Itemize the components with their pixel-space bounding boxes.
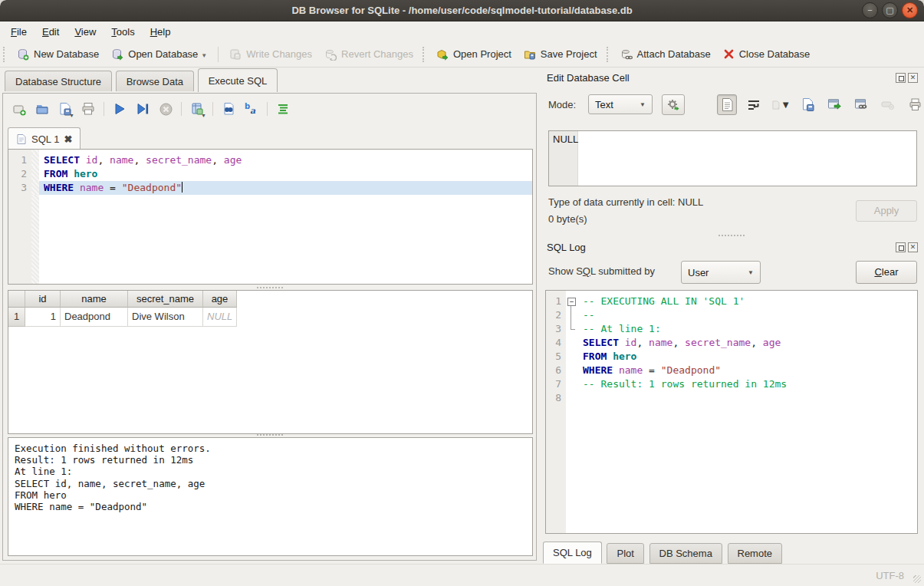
cell-id[interactable]: 1 (25, 308, 61, 327)
main-tab-bar: Database Structure Browse Data Execute S… (5, 67, 278, 93)
column-header-name[interactable]: name (61, 291, 128, 308)
text-caret (182, 182, 182, 193)
sql-tab[interactable]: SQL 1 ✖ (8, 127, 81, 150)
column-header-secret-name[interactable]: secret_name (128, 291, 203, 308)
new-sql-tab-button[interactable] (9, 99, 29, 119)
editor-line[interactable]: 2 FROM hero (8, 167, 532, 181)
encoding-indicator[interactable]: UTF-8 (876, 570, 904, 581)
log-line[interactable]: 1-- EXECUTING ALL IN 'SQL 1' (546, 295, 917, 308)
cell-value: NULL (553, 133, 578, 145)
find-button[interactable] (219, 99, 238, 119)
toolbar-drag-handle[interactable] (3, 47, 8, 62)
table-row[interactable]: 1 1 Deadpond Dive Wilson NULL (8, 308, 532, 327)
mode-combobox[interactable]: Text ▼ (588, 94, 653, 114)
close-sql-tab-icon[interactable]: ✖ (64, 133, 72, 145)
open-sql-file-button[interactable] (32, 99, 52, 119)
text-mode-icon[interactable] (717, 94, 737, 115)
open-project-button[interactable]: Open Project (430, 44, 518, 64)
save-sql-file-button[interactable]: ▼ (55, 99, 75, 119)
link-icon[interactable] (851, 94, 871, 115)
bottom-tab-bar: SQL Log Plot DB Schema Remote (543, 542, 784, 563)
fold-marker-icon[interactable] (566, 295, 578, 308)
log-line[interactable]: 5FROM hero (546, 350, 917, 364)
table-message-splitter[interactable] (257, 434, 283, 436)
log-code: -- (578, 308, 917, 322)
column-header-id[interactable]: id (25, 291, 61, 308)
tab-database-structure[interactable]: Database Structure (5, 71, 112, 91)
close-database-button[interactable]: Close Database (717, 44, 817, 64)
toolbar-drag-handle[interactable] (423, 47, 427, 62)
log-line[interactable]: 4SELECT id, name, secret_name, age (546, 336, 917, 350)
corner-header[interactable] (8, 291, 25, 308)
print-cell-icon[interactable] (905, 94, 924, 115)
editor-table-splitter[interactable] (257, 287, 283, 288)
menu-help[interactable]: Help (143, 23, 179, 41)
titlebar[interactable]: DB Browser for SQLite - /home/user/code/… (0, 0, 924, 21)
sql-editor[interactable]: 1 SELECT id, name, secret_name, age 2 FR… (8, 149, 533, 285)
open-database-button[interactable]: Open Database ▼ (105, 44, 213, 64)
save-results-dropdown-arrow[interactable]: ▼ (201, 113, 206, 118)
export-icon[interactable] (824, 94, 844, 115)
log-line[interactable]: 3-- At line 1: (546, 322, 917, 336)
tab-db-schema[interactable]: DB Schema (649, 543, 722, 564)
line-number: 3 (8, 181, 31, 195)
editor-line[interactable]: 1 SELECT id, name, secret_name, age (8, 153, 532, 167)
save-sql-dropdown-arrow[interactable]: ▼ (69, 113, 74, 118)
print-button[interactable] (78, 99, 98, 119)
line-number: 8 (546, 391, 566, 405)
float-dock-icon[interactable] (896, 73, 906, 83)
cell-value-editor[interactable]: NULL (548, 130, 917, 186)
fold-marker-icon (566, 322, 578, 336)
new-database-label: New Database (34, 48, 99, 60)
tab-execute-sql[interactable]: Execute SQL (198, 68, 278, 92)
minimize-button[interactable]: − (862, 2, 878, 18)
log-line[interactable]: 7-- Result: 1 rows returned in 12ms (546, 377, 917, 391)
menu-view[interactable]: View (67, 23, 104, 41)
tab-sql-log[interactable]: SQL Log (543, 542, 602, 564)
execute-current-line-button[interactable] (133, 99, 153, 119)
execute-all-button[interactable] (110, 99, 130, 119)
tab-remote[interactable]: Remote (728, 543, 783, 564)
cell-secret-name[interactable]: Dive Wilson (128, 308, 203, 327)
save-results-button[interactable]: ▼ (187, 99, 207, 119)
cell-age[interactable]: NULL (203, 308, 237, 327)
execution-message[interactable]: Execution finished without errors.Result… (8, 437, 533, 556)
toggle-case-button[interactable]: ba (242, 99, 261, 119)
column-header-age[interactable]: age (203, 291, 237, 308)
menu-file[interactable]: File (3, 23, 35, 41)
new-database-icon (17, 48, 29, 61)
resize-grip[interactable] (913, 575, 921, 583)
menu-tools[interactable]: Tools (104, 23, 142, 41)
clear-button[interactable]: Clear (856, 261, 917, 284)
close-dock-icon[interactable] (908, 242, 918, 252)
save-project-button[interactable]: Save Project (518, 44, 603, 64)
save-cell-icon[interactable] (797, 94, 817, 115)
results-table[interactable]: id name secret_name age 1 1 Deadpond Div… (8, 290, 533, 434)
close-dock-icon[interactable] (908, 73, 918, 83)
sql-log-view[interactable]: 1-- EXECUTING ALL IN 'SQL 1'2--3-- At li… (545, 290, 918, 534)
editor-line-current[interactable]: 3 WHERE name = "Deadpond" (8, 181, 532, 195)
submitted-by-combobox[interactable]: User ▼ (681, 261, 761, 284)
open-database-dropdown-arrow[interactable]: ▼ (201, 52, 207, 61)
dock-splitter[interactable] (718, 235, 745, 236)
row-header[interactable]: 1 (8, 308, 25, 327)
log-line[interactable]: 6WHERE name = "Deadpond" (546, 364, 917, 377)
tab-plot[interactable]: Plot (607, 543, 643, 564)
revert-changes-label: Revert Changes (341, 48, 413, 60)
auto-apply-button[interactable] (662, 94, 685, 115)
float-dock-icon[interactable] (896, 242, 906, 252)
maximize-button[interactable]: ▢ (882, 2, 898, 18)
attach-database-button[interactable]: Attach Database (614, 44, 717, 64)
tab-browse-data[interactable]: Browse Data (116, 71, 194, 91)
toolbar-drag-handle[interactable] (607, 47, 611, 62)
cell-name[interactable]: Deadpond (61, 308, 128, 327)
combo-arrow-icon: ▼ (748, 269, 754, 276)
format-sql-button[interactable] (273, 99, 293, 119)
log-line[interactable]: 2-- (546, 308, 917, 322)
word-wrap-icon[interactable] (744, 94, 764, 115)
close-button[interactable]: ✕ (902, 2, 918, 18)
app-window: DB Browser for SQLite - /home/user/code/… (0, 0, 924, 586)
menu-edit[interactable]: Edit (35, 23, 67, 41)
new-database-button[interactable]: New Database (11, 44, 105, 64)
log-line[interactable]: 8 (546, 391, 917, 405)
